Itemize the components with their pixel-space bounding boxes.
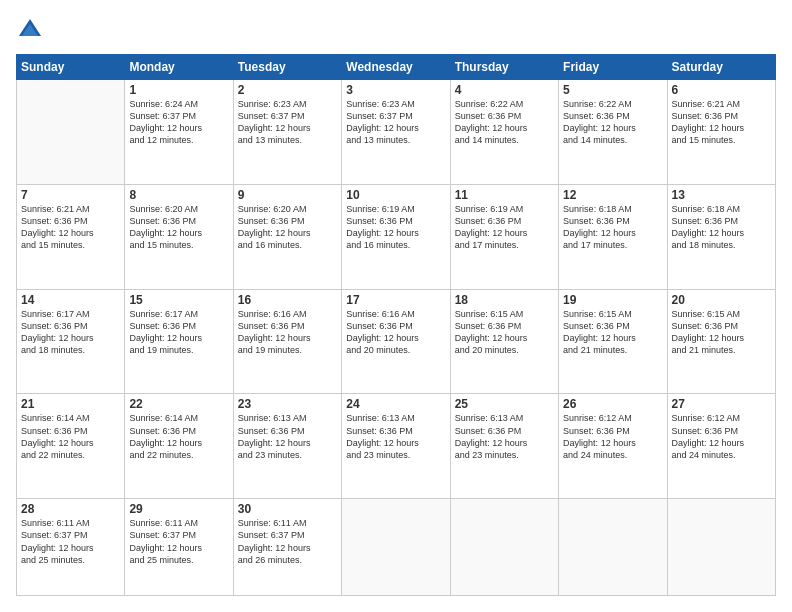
logo — [16, 16, 48, 44]
week-row-1: 7Sunrise: 6:21 AM Sunset: 6:36 PM Daylig… — [17, 184, 776, 289]
calendar-cell: 22Sunrise: 6:14 AM Sunset: 6:36 PM Dayli… — [125, 394, 233, 499]
calendar-cell: 21Sunrise: 6:14 AM Sunset: 6:36 PM Dayli… — [17, 394, 125, 499]
day-number: 26 — [563, 397, 662, 411]
calendar-cell: 15Sunrise: 6:17 AM Sunset: 6:36 PM Dayli… — [125, 289, 233, 394]
col-header-friday: Friday — [559, 55, 667, 80]
day-info: Sunrise: 6:15 AM Sunset: 6:36 PM Dayligh… — [455, 308, 554, 357]
day-number: 14 — [21, 293, 120, 307]
day-info: Sunrise: 6:14 AM Sunset: 6:36 PM Dayligh… — [129, 412, 228, 461]
calendar-cell: 20Sunrise: 6:15 AM Sunset: 6:36 PM Dayli… — [667, 289, 775, 394]
day-number: 16 — [238, 293, 337, 307]
calendar-cell: 23Sunrise: 6:13 AM Sunset: 6:36 PM Dayli… — [233, 394, 341, 499]
day-number: 3 — [346, 83, 445, 97]
day-number: 2 — [238, 83, 337, 97]
calendar-cell: 16Sunrise: 6:16 AM Sunset: 6:36 PM Dayli… — [233, 289, 341, 394]
day-number: 18 — [455, 293, 554, 307]
calendar-cell: 10Sunrise: 6:19 AM Sunset: 6:36 PM Dayli… — [342, 184, 450, 289]
day-number: 23 — [238, 397, 337, 411]
day-number: 5 — [563, 83, 662, 97]
week-row-3: 21Sunrise: 6:14 AM Sunset: 6:36 PM Dayli… — [17, 394, 776, 499]
day-info: Sunrise: 6:12 AM Sunset: 6:36 PM Dayligh… — [672, 412, 771, 461]
day-number: 12 — [563, 188, 662, 202]
calendar-cell: 4Sunrise: 6:22 AM Sunset: 6:36 PM Daylig… — [450, 80, 558, 185]
day-number: 24 — [346, 397, 445, 411]
day-number: 30 — [238, 502, 337, 516]
col-header-thursday: Thursday — [450, 55, 558, 80]
day-number: 13 — [672, 188, 771, 202]
day-number: 15 — [129, 293, 228, 307]
day-number: 8 — [129, 188, 228, 202]
day-number: 6 — [672, 83, 771, 97]
day-info: Sunrise: 6:12 AM Sunset: 6:36 PM Dayligh… — [563, 412, 662, 461]
day-info: Sunrise: 6:13 AM Sunset: 6:36 PM Dayligh… — [455, 412, 554, 461]
day-info: Sunrise: 6:18 AM Sunset: 6:36 PM Dayligh… — [563, 203, 662, 252]
day-info: Sunrise: 6:11 AM Sunset: 6:37 PM Dayligh… — [21, 517, 120, 566]
calendar-cell: 29Sunrise: 6:11 AM Sunset: 6:37 PM Dayli… — [125, 499, 233, 596]
day-info: Sunrise: 6:19 AM Sunset: 6:36 PM Dayligh… — [455, 203, 554, 252]
calendar-cell: 13Sunrise: 6:18 AM Sunset: 6:36 PM Dayli… — [667, 184, 775, 289]
calendar-cell: 27Sunrise: 6:12 AM Sunset: 6:36 PM Dayli… — [667, 394, 775, 499]
calendar-cell — [450, 499, 558, 596]
day-number: 29 — [129, 502, 228, 516]
day-number: 9 — [238, 188, 337, 202]
calendar-cell: 30Sunrise: 6:11 AM Sunset: 6:37 PM Dayli… — [233, 499, 341, 596]
day-info: Sunrise: 6:11 AM Sunset: 6:37 PM Dayligh… — [129, 517, 228, 566]
calendar-cell: 19Sunrise: 6:15 AM Sunset: 6:36 PM Dayli… — [559, 289, 667, 394]
week-row-0: 1Sunrise: 6:24 AM Sunset: 6:37 PM Daylig… — [17, 80, 776, 185]
calendar-cell: 7Sunrise: 6:21 AM Sunset: 6:36 PM Daylig… — [17, 184, 125, 289]
col-header-tuesday: Tuesday — [233, 55, 341, 80]
day-info: Sunrise: 6:14 AM Sunset: 6:36 PM Dayligh… — [21, 412, 120, 461]
week-row-4: 28Sunrise: 6:11 AM Sunset: 6:37 PM Dayli… — [17, 499, 776, 596]
day-info: Sunrise: 6:16 AM Sunset: 6:36 PM Dayligh… — [346, 308, 445, 357]
calendar-cell: 18Sunrise: 6:15 AM Sunset: 6:36 PM Dayli… — [450, 289, 558, 394]
calendar-cell: 17Sunrise: 6:16 AM Sunset: 6:36 PM Dayli… — [342, 289, 450, 394]
day-info: Sunrise: 6:21 AM Sunset: 6:36 PM Dayligh… — [21, 203, 120, 252]
calendar-cell: 3Sunrise: 6:23 AM Sunset: 6:37 PM Daylig… — [342, 80, 450, 185]
day-number: 28 — [21, 502, 120, 516]
calendar-cell: 28Sunrise: 6:11 AM Sunset: 6:37 PM Dayli… — [17, 499, 125, 596]
day-number: 7 — [21, 188, 120, 202]
day-info: Sunrise: 6:21 AM Sunset: 6:36 PM Dayligh… — [672, 98, 771, 147]
day-info: Sunrise: 6:15 AM Sunset: 6:36 PM Dayligh… — [672, 308, 771, 357]
page: SundayMondayTuesdayWednesdayThursdayFrid… — [0, 0, 792, 612]
day-info: Sunrise: 6:22 AM Sunset: 6:36 PM Dayligh… — [455, 98, 554, 147]
calendar-cell: 2Sunrise: 6:23 AM Sunset: 6:37 PM Daylig… — [233, 80, 341, 185]
day-number: 27 — [672, 397, 771, 411]
day-number: 1 — [129, 83, 228, 97]
calendar-cell — [667, 499, 775, 596]
col-header-monday: Monday — [125, 55, 233, 80]
week-row-2: 14Sunrise: 6:17 AM Sunset: 6:36 PM Dayli… — [17, 289, 776, 394]
day-number: 19 — [563, 293, 662, 307]
calendar-cell: 26Sunrise: 6:12 AM Sunset: 6:36 PM Dayli… — [559, 394, 667, 499]
calendar-cell: 6Sunrise: 6:21 AM Sunset: 6:36 PM Daylig… — [667, 80, 775, 185]
day-number: 10 — [346, 188, 445, 202]
calendar-cell: 5Sunrise: 6:22 AM Sunset: 6:36 PM Daylig… — [559, 80, 667, 185]
calendar-cell: 25Sunrise: 6:13 AM Sunset: 6:36 PM Dayli… — [450, 394, 558, 499]
col-header-sunday: Sunday — [17, 55, 125, 80]
day-info: Sunrise: 6:11 AM Sunset: 6:37 PM Dayligh… — [238, 517, 337, 566]
day-info: Sunrise: 6:13 AM Sunset: 6:36 PM Dayligh… — [346, 412, 445, 461]
col-header-wednesday: Wednesday — [342, 55, 450, 80]
day-info: Sunrise: 6:17 AM Sunset: 6:36 PM Dayligh… — [129, 308, 228, 357]
day-number: 4 — [455, 83, 554, 97]
day-info: Sunrise: 6:20 AM Sunset: 6:36 PM Dayligh… — [238, 203, 337, 252]
day-info: Sunrise: 6:23 AM Sunset: 6:37 PM Dayligh… — [346, 98, 445, 147]
day-info: Sunrise: 6:16 AM Sunset: 6:36 PM Dayligh… — [238, 308, 337, 357]
calendar-cell: 8Sunrise: 6:20 AM Sunset: 6:36 PM Daylig… — [125, 184, 233, 289]
calendar-cell: 11Sunrise: 6:19 AM Sunset: 6:36 PM Dayli… — [450, 184, 558, 289]
calendar-header-row: SundayMondayTuesdayWednesdayThursdayFrid… — [17, 55, 776, 80]
header — [16, 16, 776, 44]
col-header-saturday: Saturday — [667, 55, 775, 80]
day-number: 17 — [346, 293, 445, 307]
day-info: Sunrise: 6:19 AM Sunset: 6:36 PM Dayligh… — [346, 203, 445, 252]
calendar-table: SundayMondayTuesdayWednesdayThursdayFrid… — [16, 54, 776, 596]
calendar-cell: 1Sunrise: 6:24 AM Sunset: 6:37 PM Daylig… — [125, 80, 233, 185]
day-number: 20 — [672, 293, 771, 307]
day-info: Sunrise: 6:23 AM Sunset: 6:37 PM Dayligh… — [238, 98, 337, 147]
calendar-cell: 12Sunrise: 6:18 AM Sunset: 6:36 PM Dayli… — [559, 184, 667, 289]
logo-icon — [16, 16, 44, 44]
calendar-cell: 24Sunrise: 6:13 AM Sunset: 6:36 PM Dayli… — [342, 394, 450, 499]
day-info: Sunrise: 6:24 AM Sunset: 6:37 PM Dayligh… — [129, 98, 228, 147]
calendar-cell — [559, 499, 667, 596]
day-info: Sunrise: 6:18 AM Sunset: 6:36 PM Dayligh… — [672, 203, 771, 252]
